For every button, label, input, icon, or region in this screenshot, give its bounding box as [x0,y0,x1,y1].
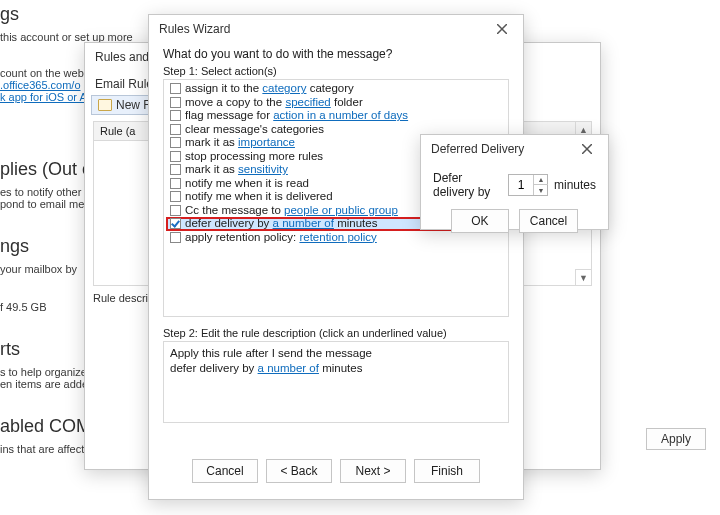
finish-button[interactable]: Finish [414,459,480,483]
wizard-prompt: What do you want to do with the message? [163,47,509,61]
action-checkbox[interactable] [170,178,181,189]
ok-button[interactable]: OK [451,209,509,233]
dialog-title: Deferred Delivery [431,142,524,156]
action-checkbox[interactable] [170,110,181,121]
action-label: notify me when it is delivered [185,190,333,203]
bg-link[interactable]: .office365.com/o [0,79,81,91]
action-link[interactable]: specified [285,96,330,108]
action-link[interactable]: sensitivity [238,163,288,175]
deferred-delivery-dialog: Deferred Delivery Defer delivery by ▲ ▼ … [420,134,609,230]
action-label: assign it to the category category [185,82,354,95]
action-checkbox[interactable] [170,164,181,175]
envelope-icon [98,99,112,111]
cancel-button[interactable]: Cancel [192,459,258,483]
apply-button[interactable]: Apply [646,428,706,450]
spinner-down[interactable]: ▼ [534,185,548,195]
action-link[interactable]: importance [238,136,295,148]
dialog-title: Rules Wizard [159,22,230,36]
action-label: apply retention policy: retention policy [185,231,377,244]
action-link[interactable]: category [262,82,306,94]
minutes-input[interactable] [509,178,533,192]
rule-description-panel: Apply this rule after I send the message… [163,341,509,423]
action-checkbox[interactable] [170,124,181,135]
action-label: stop processing more rules [185,150,323,163]
action-row[interactable]: flag message for action in a number of d… [168,109,504,123]
action-label: move a copy to the specified folder [185,96,363,109]
action-checkbox[interactable] [170,191,181,202]
action-row[interactable]: move a copy to the specified folder [168,96,504,110]
rules-wizard-dialog: Rules Wizard What do you want to do with… [148,14,524,500]
action-label: Cc the message to people or public group [185,204,398,217]
action-link[interactable]: people or public group [284,204,398,216]
action-label: mark it as importance [185,136,295,149]
action-checkbox[interactable] [170,218,181,229]
action-link[interactable]: a number of [273,217,334,229]
action-checkbox[interactable] [170,97,181,108]
back-button[interactable]: < Back [266,459,332,483]
action-label: mark it as sensitivity [185,163,288,176]
action-label: clear message's categories [185,123,324,136]
close-button[interactable] [491,18,513,40]
action-label: notify me when it is read [185,177,309,190]
close-button[interactable] [576,138,598,160]
desc-line: Apply this rule after I send the message [170,346,502,361]
close-icon [582,144,592,154]
action-row[interactable]: assign it to the category category [168,82,504,96]
bg-link[interactable]: k app for iOS or A [0,91,87,103]
step2-label: Step 2: Edit the rule description (click… [163,327,509,339]
action-checkbox[interactable] [170,151,181,162]
cancel-button[interactable]: Cancel [519,209,578,233]
action-checkbox[interactable] [170,232,181,243]
action-label: flag message for action in a number of d… [185,109,408,122]
action-link[interactable]: action in a number of days [273,109,408,121]
action-link[interactable]: retention policy [299,231,376,243]
close-icon [497,24,507,34]
next-button[interactable]: Next > [340,459,406,483]
spinner-up[interactable]: ▲ [534,175,548,185]
desc-line: defer delivery by a number of minutes [170,361,502,376]
action-checkbox[interactable] [170,83,181,94]
action-label: defer delivery by a number of minutes [185,217,377,230]
defer-label-pre: Defer delivery by [433,171,502,199]
action-checkbox[interactable] [170,205,181,216]
scroll-down[interactable]: ▼ [575,269,591,285]
action-checkbox[interactable] [170,137,181,148]
defer-label-post: minutes [554,178,596,192]
step1-label: Step 1: Select action(s) [163,65,509,77]
minutes-spinner[interactable]: ▲ ▼ [508,174,548,196]
desc-link-minutes[interactable]: a number of [258,362,319,374]
